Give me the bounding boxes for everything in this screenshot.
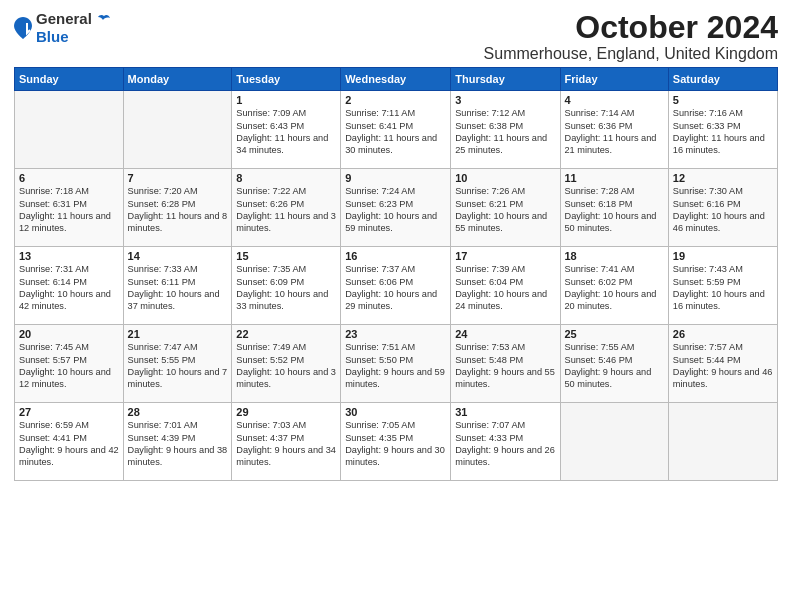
day-info: Sunrise: 7:09 AM Sunset: 6:43 PM Dayligh…	[236, 107, 336, 157]
day-number: 8	[236, 172, 336, 184]
day-info: Sunrise: 7:07 AM Sunset: 4:33 PM Dayligh…	[455, 419, 555, 469]
day-cell: 18Sunrise: 7:41 AM Sunset: 6:02 PM Dayli…	[560, 247, 668, 325]
day-number: 18	[565, 250, 664, 262]
day-number: 14	[128, 250, 228, 262]
day-info: Sunrise: 7:18 AM Sunset: 6:31 PM Dayligh…	[19, 185, 119, 235]
day-info: Sunrise: 6:59 AM Sunset: 4:41 PM Dayligh…	[19, 419, 119, 469]
day-cell: 29Sunrise: 7:03 AM Sunset: 4:37 PM Dayli…	[232, 403, 341, 481]
week-row-4: 20Sunrise: 7:45 AM Sunset: 5:57 PM Dayli…	[15, 325, 778, 403]
day-info: Sunrise: 7:45 AM Sunset: 5:57 PM Dayligh…	[19, 341, 119, 391]
day-number: 24	[455, 328, 555, 340]
month-title: October 2024	[484, 10, 778, 45]
day-number: 19	[673, 250, 773, 262]
day-number: 1	[236, 94, 336, 106]
day-cell: 23Sunrise: 7:51 AM Sunset: 5:50 PM Dayli…	[341, 325, 451, 403]
day-info: Sunrise: 7:26 AM Sunset: 6:21 PM Dayligh…	[455, 185, 555, 235]
logo-icon	[14, 17, 32, 39]
day-info: Sunrise: 7:55 AM Sunset: 5:46 PM Dayligh…	[565, 341, 664, 391]
day-info: Sunrise: 7:53 AM Sunset: 5:48 PM Dayligh…	[455, 341, 555, 391]
day-cell: 26Sunrise: 7:57 AM Sunset: 5:44 PM Dayli…	[668, 325, 777, 403]
day-number: 9	[345, 172, 446, 184]
day-info: Sunrise: 7:14 AM Sunset: 6:36 PM Dayligh…	[565, 107, 664, 157]
day-number: 5	[673, 94, 773, 106]
day-number: 7	[128, 172, 228, 184]
day-info: Sunrise: 7:01 AM Sunset: 4:39 PM Dayligh…	[128, 419, 228, 469]
day-number: 16	[345, 250, 446, 262]
day-cell: 14Sunrise: 7:33 AM Sunset: 6:11 PM Dayli…	[123, 247, 232, 325]
day-cell: 13Sunrise: 7:31 AM Sunset: 6:14 PM Dayli…	[15, 247, 124, 325]
day-number: 6	[19, 172, 119, 184]
logo-blue: Blue	[36, 28, 69, 45]
day-number: 29	[236, 406, 336, 418]
day-info: Sunrise: 7:33 AM Sunset: 6:11 PM Dayligh…	[128, 263, 228, 313]
day-number: 25	[565, 328, 664, 340]
day-cell: 21Sunrise: 7:47 AM Sunset: 5:55 PM Dayli…	[123, 325, 232, 403]
day-cell: 3Sunrise: 7:12 AM Sunset: 6:38 PM Daylig…	[451, 91, 560, 169]
col-monday: Monday	[123, 68, 232, 91]
day-cell: 11Sunrise: 7:28 AM Sunset: 6:18 PM Dayli…	[560, 169, 668, 247]
day-cell	[15, 91, 124, 169]
day-cell: 12Sunrise: 7:30 AM Sunset: 6:16 PM Dayli…	[668, 169, 777, 247]
day-cell: 15Sunrise: 7:35 AM Sunset: 6:09 PM Dayli…	[232, 247, 341, 325]
day-cell	[668, 403, 777, 481]
day-info: Sunrise: 7:16 AM Sunset: 6:33 PM Dayligh…	[673, 107, 773, 157]
day-cell: 27Sunrise: 6:59 AM Sunset: 4:41 PM Dayli…	[15, 403, 124, 481]
logo-general: General	[36, 10, 92, 27]
day-info: Sunrise: 7:43 AM Sunset: 5:59 PM Dayligh…	[673, 263, 773, 313]
day-number: 2	[345, 94, 446, 106]
col-sunday: Sunday	[15, 68, 124, 91]
week-row-5: 27Sunrise: 6:59 AM Sunset: 4:41 PM Dayli…	[15, 403, 778, 481]
day-info: Sunrise: 7:49 AM Sunset: 5:52 PM Dayligh…	[236, 341, 336, 391]
logo-text: General Blue	[36, 10, 111, 46]
day-number: 12	[673, 172, 773, 184]
logo: General Blue	[14, 10, 111, 46]
day-info: Sunrise: 7:30 AM Sunset: 6:16 PM Dayligh…	[673, 185, 773, 235]
col-wednesday: Wednesday	[341, 68, 451, 91]
day-info: Sunrise: 7:28 AM Sunset: 6:18 PM Dayligh…	[565, 185, 664, 235]
day-number: 3	[455, 94, 555, 106]
day-cell: 22Sunrise: 7:49 AM Sunset: 5:52 PM Dayli…	[232, 325, 341, 403]
day-number: 31	[455, 406, 555, 418]
day-number: 13	[19, 250, 119, 262]
day-cell: 25Sunrise: 7:55 AM Sunset: 5:46 PM Dayli…	[560, 325, 668, 403]
day-cell: 7Sunrise: 7:20 AM Sunset: 6:28 PM Daylig…	[123, 169, 232, 247]
day-info: Sunrise: 7:11 AM Sunset: 6:41 PM Dayligh…	[345, 107, 446, 157]
day-cell: 30Sunrise: 7:05 AM Sunset: 4:35 PM Dayli…	[341, 403, 451, 481]
location-title: Summerhouse, England, United Kingdom	[484, 45, 778, 63]
day-cell: 2Sunrise: 7:11 AM Sunset: 6:41 PM Daylig…	[341, 91, 451, 169]
day-cell: 20Sunrise: 7:45 AM Sunset: 5:57 PM Dayli…	[15, 325, 124, 403]
day-number: 26	[673, 328, 773, 340]
title-block: October 2024 Summerhouse, England, Unite…	[484, 10, 778, 63]
day-number: 10	[455, 172, 555, 184]
day-info: Sunrise: 7:12 AM Sunset: 6:38 PM Dayligh…	[455, 107, 555, 157]
day-info: Sunrise: 7:39 AM Sunset: 6:04 PM Dayligh…	[455, 263, 555, 313]
day-cell: 4Sunrise: 7:14 AM Sunset: 6:36 PM Daylig…	[560, 91, 668, 169]
day-cell: 16Sunrise: 7:37 AM Sunset: 6:06 PM Dayli…	[341, 247, 451, 325]
day-cell: 9Sunrise: 7:24 AM Sunset: 6:23 PM Daylig…	[341, 169, 451, 247]
day-info: Sunrise: 7:47 AM Sunset: 5:55 PM Dayligh…	[128, 341, 228, 391]
week-row-1: 1Sunrise: 7:09 AM Sunset: 6:43 PM Daylig…	[15, 91, 778, 169]
col-saturday: Saturday	[668, 68, 777, 91]
day-number: 21	[128, 328, 228, 340]
day-cell: 28Sunrise: 7:01 AM Sunset: 4:39 PM Dayli…	[123, 403, 232, 481]
calendar-table: Sunday Monday Tuesday Wednesday Thursday…	[14, 67, 778, 481]
day-cell: 19Sunrise: 7:43 AM Sunset: 5:59 PM Dayli…	[668, 247, 777, 325]
day-info: Sunrise: 7:35 AM Sunset: 6:09 PM Dayligh…	[236, 263, 336, 313]
day-number: 15	[236, 250, 336, 262]
day-info: Sunrise: 7:41 AM Sunset: 6:02 PM Dayligh…	[565, 263, 664, 313]
day-number: 30	[345, 406, 446, 418]
day-info: Sunrise: 7:22 AM Sunset: 6:26 PM Dayligh…	[236, 185, 336, 235]
day-number: 17	[455, 250, 555, 262]
col-thursday: Thursday	[451, 68, 560, 91]
day-number: 27	[19, 406, 119, 418]
day-info: Sunrise: 7:57 AM Sunset: 5:44 PM Dayligh…	[673, 341, 773, 391]
day-cell: 8Sunrise: 7:22 AM Sunset: 6:26 PM Daylig…	[232, 169, 341, 247]
day-info: Sunrise: 7:20 AM Sunset: 6:28 PM Dayligh…	[128, 185, 228, 235]
week-row-3: 13Sunrise: 7:31 AM Sunset: 6:14 PM Dayli…	[15, 247, 778, 325]
day-info: Sunrise: 7:03 AM Sunset: 4:37 PM Dayligh…	[236, 419, 336, 469]
day-cell: 31Sunrise: 7:07 AM Sunset: 4:33 PM Dayli…	[451, 403, 560, 481]
day-info: Sunrise: 7:24 AM Sunset: 6:23 PM Dayligh…	[345, 185, 446, 235]
week-row-2: 6Sunrise: 7:18 AM Sunset: 6:31 PM Daylig…	[15, 169, 778, 247]
day-cell	[560, 403, 668, 481]
day-cell: 17Sunrise: 7:39 AM Sunset: 6:04 PM Dayli…	[451, 247, 560, 325]
